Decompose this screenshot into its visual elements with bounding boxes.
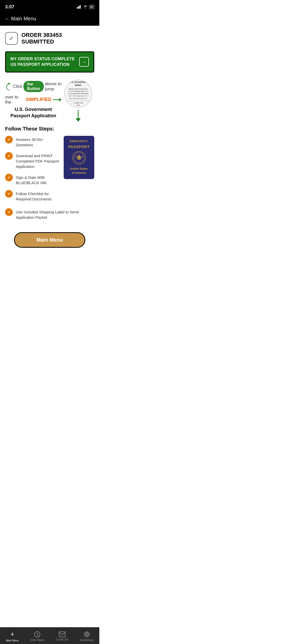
step-check-2: ✓ bbox=[5, 152, 13, 160]
passport-circle-wrap: U.S. PASSPORT RENE Please select the doc… bbox=[62, 80, 95, 123]
order-title: ORDER 383453 SUBMITTED bbox=[21, 32, 94, 45]
battery-indicator: 89 bbox=[89, 5, 94, 9]
main-content: ✓ ORDER 383453 SUBMITTED MY ORDER STATUS… bbox=[0, 26, 99, 258]
passport-emergency-label: EMERGENCY bbox=[70, 140, 88, 143]
step-check-1: ✓ bbox=[5, 136, 13, 143]
arrow-down-icon bbox=[74, 110, 82, 123]
svg-rect-1 bbox=[78, 6, 79, 9]
list-item: ✓ Follow Checklist for Required Document… bbox=[5, 190, 60, 202]
steps-section: Follow These Steps: ✓ Answers 30-50+ Que… bbox=[5, 126, 94, 220]
steps-list: ✓ Answers 30-50+ Questions ✓ Download an… bbox=[5, 136, 60, 206]
instruction-above: above to jump bbox=[45, 81, 62, 92]
status-bar: 3:07 89 bbox=[0, 0, 99, 13]
passport-circle-sub: Please select the docume ☐ U.S. Passport… bbox=[67, 88, 90, 107]
passport-title-label: PASSPORT bbox=[68, 145, 90, 149]
status-button-text: MY ORDER STATUS COMPLETE US PASSPORT APP… bbox=[10, 56, 75, 68]
list-item: ✓ Download and PRINT Completed PDF Passp… bbox=[5, 152, 60, 169]
list-item: ✓ Answers 30-50+ Questions bbox=[5, 136, 60, 148]
status-icons: 89 bbox=[77, 5, 94, 9]
steps-and-passport: ✓ Answers 30-50+ Questions ✓ Download an… bbox=[5, 136, 94, 206]
list-item: ✓ Sign & Date With BLUE/BLACK INK bbox=[5, 174, 60, 185]
steps-title: Follow These Steps: bbox=[5, 126, 94, 132]
main-menu-button[interactable]: Main Menu bbox=[14, 232, 85, 248]
instruction-left: Click the Button above to jump over to t… bbox=[5, 80, 62, 119]
arrow-up-row: Click the Button above to jump bbox=[5, 80, 62, 94]
order-status-button[interactable]: MY ORDER STATUS COMPLETE US PASSPORT APP… bbox=[5, 51, 94, 72]
instruction-line2: over to the SIMPLIFIED bbox=[5, 95, 62, 105]
emergency-passport-card: EMERGENCY PASSPORT United Statesof A bbox=[64, 136, 94, 179]
list-item: ✓ Use Included Shipping Label to Send Ap… bbox=[5, 208, 94, 220]
svg-marker-6 bbox=[59, 98, 61, 101]
curved-arrow-up-icon bbox=[5, 80, 13, 94]
step-check-3: ✓ bbox=[5, 174, 13, 181]
simplified-label: SIMPLIFIED bbox=[26, 97, 51, 102]
bottom-spacer bbox=[0, 258, 99, 278]
passport-seal-icon bbox=[72, 151, 86, 165]
passport-circle-image: U.S. PASSPORT RENE Please select the doc… bbox=[64, 80, 92, 108]
step-check-4: ✓ bbox=[5, 190, 13, 198]
svg-rect-0 bbox=[77, 7, 78, 9]
step-check-5: ✓ bbox=[5, 208, 13, 216]
instruction-row: Click the Button above to jump over to t… bbox=[5, 80, 94, 123]
gov-passport-title: U.S. Government Passport Application bbox=[5, 106, 62, 119]
svg-rect-2 bbox=[79, 6, 80, 9]
step-text-3: Sign & Date With BLUE/BLACK INK bbox=[16, 174, 60, 185]
step-text-1: Answers 30-50+ Questions bbox=[16, 136, 60, 148]
the-button-label[interactable]: the Button bbox=[23, 81, 44, 92]
step-text-2: Download and PRINT Completed PDF Passpor… bbox=[16, 152, 60, 169]
status-time: 3:07 bbox=[5, 4, 14, 10]
arrow-right-icon bbox=[53, 97, 62, 103]
nav-back-button[interactable]: ← Main Menu bbox=[5, 16, 36, 22]
nav-bar: ← Main Menu bbox=[0, 13, 99, 26]
svg-rect-3 bbox=[80, 5, 81, 9]
instruction-click: Click bbox=[13, 84, 22, 89]
order-check-icon: ✓ bbox=[5, 32, 18, 45]
main-menu-btn-wrap: Main Menu bbox=[5, 225, 94, 253]
svg-marker-8 bbox=[76, 118, 81, 122]
signal-icon bbox=[77, 5, 82, 9]
svg-marker-4 bbox=[8, 82, 10, 84]
order-header: ✓ ORDER 383453 SUBMITTED bbox=[5, 32, 94, 45]
wifi-icon bbox=[83, 5, 88, 9]
status-arrow-icon: → bbox=[79, 57, 89, 67]
step-text-4: Follow Checklist for Required Documents bbox=[16, 190, 60, 202]
step-text-5: Use Included Shipping Label to Send Appl… bbox=[16, 208, 94, 220]
svg-point-12 bbox=[78, 155, 80, 157]
passport-country-label: United Statesof America bbox=[70, 167, 88, 175]
passport-circle-header: U.S. PASSPORT RENE bbox=[67, 81, 90, 87]
